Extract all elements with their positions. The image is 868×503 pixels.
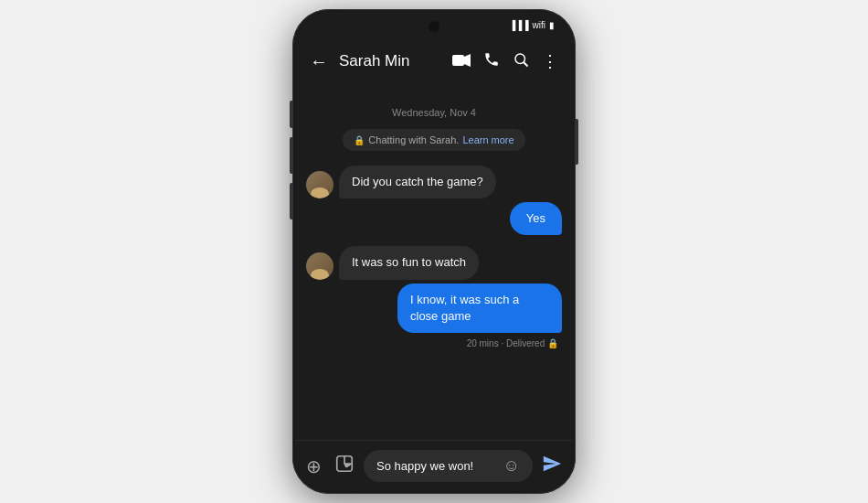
phone-call-icon[interactable]	[480, 48, 503, 76]
avatar	[306, 171, 333, 198]
app-bar-actions: ⋮	[449, 48, 562, 76]
lock-icon: 🔒	[354, 135, 365, 145]
phone-screen: ▐▐▐ wifi ▮ ← Sarah Min	[295, 12, 573, 491]
message-bubble-received: Did you catch the game?	[339, 166, 496, 198]
input-bar: ⊕ So happy we won! ☺	[295, 440, 573, 491]
battery-icon: ▮	[549, 20, 555, 30]
sticker-icon[interactable]	[331, 450, 358, 482]
emoji-picker-icon[interactable]: ☺	[503, 456, 520, 476]
table-row: Yes	[306, 202, 562, 235]
messages-area: Wednesday, Nov 4 🔒 Chatting with Sarah. …	[295, 85, 573, 440]
delivery-status-text: 20 mins · Delivered 🔒	[467, 338, 558, 348]
contact-name: Sarah Min	[339, 52, 441, 70]
delivery-status: 20 mins · Delivered 🔒	[306, 338, 558, 348]
date-label: Wednesday, Nov 4	[306, 107, 562, 118]
message-text: Did you catch the game?	[352, 175, 483, 188]
chatting-notice: 🔒 Chatting with Sarah. Learn more	[343, 129, 524, 151]
table-row: I know, it was such a close game	[306, 284, 562, 333]
message-text: It was so fun to watch	[352, 255, 466, 269]
avatar	[306, 252, 333, 280]
chatting-notice-text: Chatting with Sarah.	[368, 134, 459, 145]
power-button	[576, 119, 578, 165]
add-attachment-icon[interactable]: ⊕	[302, 452, 325, 481]
back-button[interactable]: ←	[306, 48, 332, 76]
avatar-body	[311, 187, 329, 198]
learn-more-link[interactable]: Learn more	[462, 134, 513, 145]
message-text: I know, it was such a close game	[410, 293, 519, 323]
silent-switch	[290, 183, 292, 219]
send-button[interactable]	[538, 450, 566, 483]
message-input-text: So happy we won!	[376, 459, 498, 473]
signal-icon: ▐▐▐	[509, 20, 528, 30]
table-row: Did you catch the game?	[306, 166, 562, 198]
more-options-icon[interactable]: ⋮	[538, 48, 562, 75]
message-bubble-sent: I know, it was such a close game	[397, 284, 562, 333]
message-bubble-sent: Yes	[510, 202, 562, 235]
svg-line-3	[524, 62, 528, 67]
message-input-field[interactable]: So happy we won! ☺	[364, 450, 533, 482]
volume-up-button	[290, 101, 292, 128]
wifi-icon: wifi	[533, 20, 545, 30]
svg-point-2	[515, 54, 525, 64]
message-text: Yes	[526, 211, 545, 225]
video-call-icon[interactable]	[449, 48, 474, 75]
avatar-body	[311, 269, 329, 280]
table-row: It was so fun to watch	[306, 246, 562, 279]
avatar-face	[306, 252, 333, 280]
camera-hole	[429, 21, 439, 32]
volume-down-button	[290, 137, 292, 174]
search-icon[interactable]	[509, 48, 533, 76]
svg-rect-0	[452, 55, 464, 66]
avatar-face	[306, 171, 333, 198]
messages-list: Did you catch the game? Yes	[306, 166, 562, 348]
status-icons: ▐▐▐ wifi ▮	[509, 20, 555, 30]
phone-frame: ▐▐▐ wifi ▮ ← Sarah Min	[292, 9, 576, 494]
message-bubble-received: It was so fun to watch	[339, 246, 479, 279]
svg-marker-1	[464, 54, 471, 67]
app-bar: ← Sarah Min	[295, 37, 573, 85]
